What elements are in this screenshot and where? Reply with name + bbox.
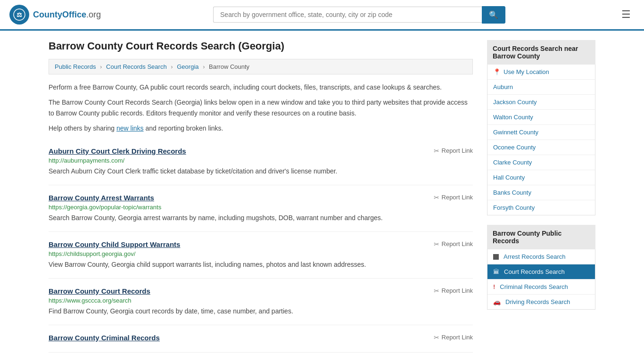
nearby-item-banks: Banks County: [487, 185, 595, 200]
report-label-5: Report Link: [442, 334, 473, 341]
driving-icon: 🚗: [493, 298, 501, 305]
new-links-link[interactable]: new links: [116, 124, 144, 132]
nearby-link-oconee[interactable]: Oconee County: [487, 140, 595, 155]
report-icon-2: ✂: [434, 194, 439, 201]
logo-area: ⚖ CountyOffice.org: [9, 5, 101, 25]
result-title-5[interactable]: Barrow County Criminal Records: [49, 334, 160, 342]
nearby-item-oconee: Oconee County: [487, 140, 595, 155]
logo-text: CountyOffice.org: [33, 10, 101, 20]
intro-text-3: Help others by sharing new links and rep…: [49, 123, 473, 133]
result-url-2: https://georgia.gov/popular-topic/warran…: [49, 204, 473, 211]
result-item-2: Barrow County Arrest Warrants ✂ Report L…: [49, 185, 473, 232]
intro-text-1: Perform a free Barrow County, GA public …: [49, 82, 473, 92]
nearby-item-walton: Walton County: [487, 110, 595, 125]
public-records-link-driving[interactable]: 🚗 Driving Records Search: [487, 295, 595, 309]
logo-icon: ⚖: [9, 5, 29, 25]
nearby-label-auburn: Auburn: [493, 83, 513, 90]
result-desc-4: Find Barrow County, Georgia court record…: [49, 306, 473, 316]
report-icon-3: ✂: [434, 240, 439, 248]
nearby-link-jackson[interactable]: Jackson County: [487, 95, 595, 109]
nearby-link-forsyth[interactable]: Forsyth County: [487, 200, 595, 215]
nearby-label-hall: Hall County: [493, 174, 525, 181]
nearby-link-hall[interactable]: Hall County: [487, 170, 595, 185]
report-icon-4: ✂: [434, 287, 439, 295]
nearby-link-auburn[interactable]: Auburn: [487, 80, 595, 94]
breadcrumb-court-records[interactable]: Court Records Search: [106, 63, 167, 70]
public-records-link-criminal[interactable]: ! Criminal Records Search: [487, 280, 595, 294]
report-label-3: Report Link: [442, 240, 473, 247]
logo-org: .org: [86, 10, 101, 19]
nearby-label-clarke: Clarke County: [493, 159, 532, 166]
report-link-1[interactable]: ✂ Report Link: [434, 147, 473, 155]
breadcrumb-public-records[interactable]: Public Records: [55, 63, 96, 70]
arrest-icon: [493, 254, 499, 260]
nearby-link-location[interactable]: 📍 Use My Location: [487, 65, 595, 79]
nearby-item-jackson: Jackson County: [487, 95, 595, 110]
result-title-2[interactable]: Barrow County Arrest Warrants: [49, 194, 154, 202]
search-button[interactable]: 🔍: [482, 6, 505, 24]
search-input[interactable]: [213, 7, 482, 23]
result-url-1: http://auburnpayments.com/: [49, 157, 473, 164]
public-records-link-court[interactable]: 🏛 Court Records Search: [487, 264, 595, 279]
main-content: Barrow County Court Records Search (Geor…: [49, 40, 473, 353]
sidebar-public-records-header: Barrow County Public Records: [487, 225, 595, 249]
sidebar-public-records-section: Barrow County Public Records Arrest Reco…: [487, 225, 595, 310]
breadcrumb-georgia[interactable]: Georgia: [177, 63, 198, 70]
result-desc-2: Search Barrow County, Georgia arrest war…: [49, 213, 473, 223]
report-link-5[interactable]: ✂ Report Link: [434, 334, 473, 341]
sidebar: Court Records Search near Barrow County …: [487, 40, 595, 353]
result-title-1[interactable]: Auburn City Court Clerk Driving Records: [49, 147, 186, 155]
nearby-item-hall: Hall County: [487, 170, 595, 185]
content-wrapper: Barrow County Court Records Search (Geor…: [39, 31, 605, 362]
hamburger-menu-icon[interactable]: ☰: [618, 7, 635, 23]
nearby-label-oconee: Oconee County: [493, 144, 536, 151]
sidebar-public-records-list: Arrest Records Search 🏛 Court Records Se…: [487, 249, 595, 310]
nearby-link-gwinnett[interactable]: Gwinnett County: [487, 125, 595, 140]
nearby-item-forsyth: Forsyth County: [487, 200, 595, 215]
breadcrumb-current: Barrow County: [209, 63, 249, 70]
sidebar-nearby-section: Court Records Search near Barrow County …: [487, 40, 595, 215]
public-records-item-criminal: ! Criminal Records Search: [487, 280, 595, 295]
result-url-3: https://childsupport.georgia.gov/: [49, 250, 473, 257]
public-records-item-arrest: Arrest Records Search: [487, 249, 595, 264]
report-link-3[interactable]: ✂ Report Link: [434, 240, 473, 248]
nearby-label-banks: Banks County: [493, 189, 531, 196]
public-records-link-arrest[interactable]: Arrest Records Search: [487, 249, 595, 264]
result-desc-1: Search Auburn City Court Clerk traffic t…: [49, 166, 473, 176]
nearby-label-forsyth: Forsyth County: [493, 204, 535, 211]
breadcrumb-sep-1: ›: [100, 63, 102, 70]
logo-county: CountyOffice: [33, 10, 86, 19]
nearby-label-gwinnett: Gwinnett County: [493, 129, 538, 136]
report-label-1: Report Link: [442, 147, 473, 154]
breadcrumb: Public Records › Court Records Search › …: [49, 59, 473, 74]
intro-text-2: The Barrow County Court Records Search (…: [49, 97, 473, 118]
sidebar-nearby-header: Court Records Search near Barrow County: [487, 40, 595, 65]
breadcrumb-sep-2: ›: [171, 63, 173, 70]
criminal-icon: !: [493, 283, 495, 290]
public-records-label-court: Court Records Search: [504, 268, 565, 275]
nearby-link-walton[interactable]: Walton County: [487, 110, 595, 124]
public-records-item-court: 🏛 Court Records Search: [487, 264, 595, 280]
nearby-item-gwinnett: Gwinnett County: [487, 125, 595, 140]
result-item-4: Barrow County Court Records ✂ Report Lin…: [49, 279, 473, 325]
result-title-3[interactable]: Barrow County Child Support Warrants: [49, 240, 180, 248]
report-link-2[interactable]: ✂ Report Link: [434, 194, 473, 201]
nearby-link-clarke[interactable]: Clarke County: [487, 155, 595, 170]
nearby-link-banks[interactable]: Banks County: [487, 185, 595, 200]
header: ⚖ CountyOffice.org 🔍 ☰: [0, 0, 644, 31]
report-label-2: Report Link: [442, 194, 473, 201]
nearby-item-auburn: Auburn: [487, 80, 595, 95]
sidebar-nearby-list: 📍 Use My Location Auburn Jackson County: [487, 65, 595, 215]
report-icon-1: ✂: [434, 147, 439, 155]
report-label-4: Report Link: [442, 287, 473, 294]
public-records-label-criminal: Criminal Records Search: [500, 283, 568, 290]
report-icon-5: ✂: [434, 334, 439, 341]
public-records-label-arrest: Arrest Records Search: [504, 253, 566, 260]
page-title: Barrow County Court Records Search (Geor…: [49, 40, 473, 52]
report-link-4[interactable]: ✂ Report Link: [434, 287, 473, 295]
svg-text:⚖: ⚖: [17, 11, 22, 18]
breadcrumb-sep-3: ›: [203, 63, 205, 70]
result-item-3: Barrow County Child Support Warrants ✂ R…: [49, 232, 473, 279]
nearby-item-location: 📍 Use My Location: [487, 65, 595, 80]
result-title-4[interactable]: Barrow County Court Records: [49, 287, 150, 295]
